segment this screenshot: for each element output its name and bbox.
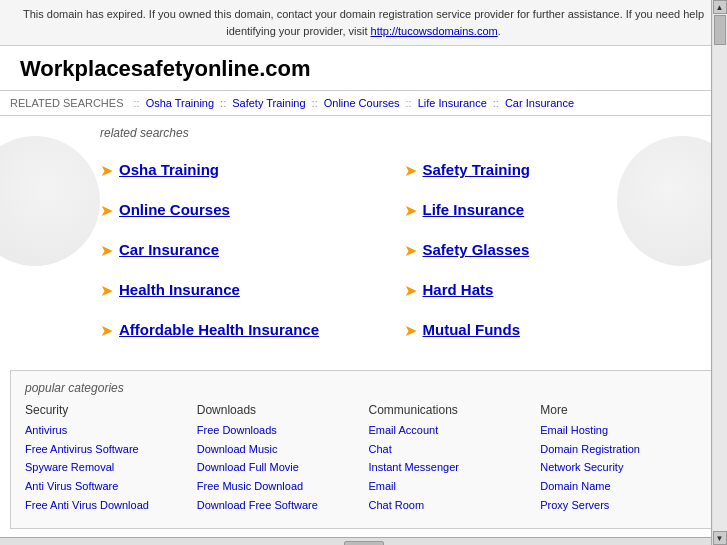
arrow-icon: ➤ — [100, 321, 113, 340]
popular-label: popular categories — [25, 381, 702, 395]
search-item-osha: ➤ Osha Training — [100, 150, 404, 190]
link-free-anti-virus-download[interactable]: Free Anti Virus Download — [25, 496, 187, 515]
search-link-osha[interactable]: Osha Training — [119, 160, 219, 180]
scroll-thumb[interactable] — [344, 541, 384, 545]
arrow-icon: ➤ — [404, 161, 417, 180]
arrow-icon: ➤ — [404, 241, 417, 260]
search-link-online[interactable]: Online Courses — [119, 200, 230, 220]
search-link-hard-hats[interactable]: Hard Hats — [423, 280, 494, 300]
search-item-car: ➤ Car Insurance — [100, 230, 404, 270]
link-free-music-download[interactable]: Free Music Download — [197, 477, 359, 496]
right-scrollbar[interactable]: ▲ ▼ — [711, 0, 727, 545]
category-more-title: More — [540, 403, 702, 417]
notice-text: This domain has expired. If you owned th… — [23, 8, 704, 37]
search-item-safety-glasses: ➤ Safety Glasses — [404, 230, 708, 270]
link-email[interactable]: Email — [369, 477, 531, 496]
category-communications: Communications Email Account Chat Instan… — [369, 403, 531, 514]
arrow-icon: ➤ — [404, 201, 417, 220]
link-anti-virus-software[interactable]: Anti Virus Software — [25, 477, 187, 496]
related-bar-link-osha[interactable]: Osha Training — [146, 97, 214, 109]
expired-domain-notice: This domain has expired. If you owned th… — [0, 0, 727, 46]
link-free-downloads[interactable]: Free Downloads — [197, 421, 359, 440]
search-item-life: ➤ Life Insurance — [404, 190, 708, 230]
link-instant-messenger[interactable]: Instant Messenger — [369, 458, 531, 477]
arrow-icon: ➤ — [100, 201, 113, 220]
related-searches-bar: RELATED SEARCHES :: Osha Training :: Saf… — [0, 90, 727, 116]
search-item-affordable: ➤ Affordable Health Insurance — [100, 310, 404, 350]
link-download-free-software[interactable]: Download Free Software — [197, 496, 359, 515]
link-domain-name[interactable]: Domain Name — [540, 477, 702, 496]
search-link-affordable[interactable]: Affordable Health Insurance — [119, 320, 319, 340]
arrow-icon: ➤ — [100, 281, 113, 300]
related-searches-label: related searches — [100, 126, 707, 140]
scroll-thumb-vertical[interactable] — [714, 15, 726, 45]
search-link-life[interactable]: Life Insurance — [423, 200, 525, 220]
category-more: More Email Hosting Domain Registration N… — [540, 403, 702, 514]
search-item-online: ➤ Online Courses — [100, 190, 404, 230]
search-link-car[interactable]: Car Insurance — [119, 240, 219, 260]
scroll-up-arrow[interactable]: ▲ — [713, 0, 727, 14]
link-domain-registration[interactable]: Domain Registration — [540, 440, 702, 459]
search-item-mutual: ➤ Mutual Funds — [404, 310, 708, 350]
link-chat-room[interactable]: Chat Room — [369, 496, 531, 515]
bottom-scrollbar[interactable] — [0, 537, 727, 545]
site-title: Workplacesafetyonline.com — [0, 46, 727, 90]
tucows-link[interactable]: http://tucowsdomains.com — [371, 25, 498, 37]
search-link-safety-glasses[interactable]: Safety Glasses — [423, 240, 530, 260]
search-grid: ➤ Osha Training ➤ Safety Training ➤ Onli… — [100, 150, 707, 350]
popular-section: popular categories Security Antivirus Fr… — [10, 370, 717, 529]
search-item-hard-hats: ➤ Hard Hats — [404, 270, 708, 310]
related-bar-label: RELATED SEARCHES — [10, 97, 124, 109]
link-email-account[interactable]: Email Account — [369, 421, 531, 440]
sep1: :: — [134, 97, 140, 109]
related-bar-link-life[interactable]: Life Insurance — [418, 97, 487, 109]
link-proxy-servers[interactable]: Proxy Servers — [540, 496, 702, 515]
categories-grid: Security Antivirus Free Antivirus Softwa… — [25, 403, 702, 514]
scroll-down-arrow[interactable]: ▼ — [713, 531, 727, 545]
category-security: Security Antivirus Free Antivirus Softwa… — [25, 403, 187, 514]
link-spyware[interactable]: Spyware Removal — [25, 458, 187, 477]
related-bar-link-safety[interactable]: Safety Training — [232, 97, 305, 109]
link-free-antivirus[interactable]: Free Antivirus Software — [25, 440, 187, 459]
search-link-mutual[interactable]: Mutual Funds — [423, 320, 521, 340]
link-network-security[interactable]: Network Security — [540, 458, 702, 477]
search-item-safety: ➤ Safety Training — [404, 150, 708, 190]
related-bar-link-car[interactable]: Car Insurance — [505, 97, 574, 109]
deco-circle-left — [0, 136, 100, 266]
arrow-icon: ➤ — [100, 241, 113, 260]
category-downloads: Downloads Free Downloads Download Music … — [197, 403, 359, 514]
arrow-icon: ➤ — [404, 281, 417, 300]
related-bar-link-online[interactable]: Online Courses — [324, 97, 400, 109]
arrow-icon: ➤ — [100, 161, 113, 180]
category-security-title: Security — [25, 403, 187, 417]
category-communications-title: Communications — [369, 403, 531, 417]
link-antivirus[interactable]: Antivirus — [25, 421, 187, 440]
link-download-music[interactable]: Download Music — [197, 440, 359, 459]
search-item-health: ➤ Health Insurance — [100, 270, 404, 310]
search-link-safety[interactable]: Safety Training — [423, 160, 531, 180]
link-chat[interactable]: Chat — [369, 440, 531, 459]
link-download-full-movie[interactable]: Download Full Movie — [197, 458, 359, 477]
category-downloads-title: Downloads — [197, 403, 359, 417]
link-email-hosting[interactable]: Email Hosting — [540, 421, 702, 440]
scroll-track — [713, 14, 727, 531]
search-link-health[interactable]: Health Insurance — [119, 280, 240, 300]
arrow-icon: ➤ — [404, 321, 417, 340]
main-content: related searches ➤ Osha Training ➤ Safet… — [0, 116, 727, 360]
